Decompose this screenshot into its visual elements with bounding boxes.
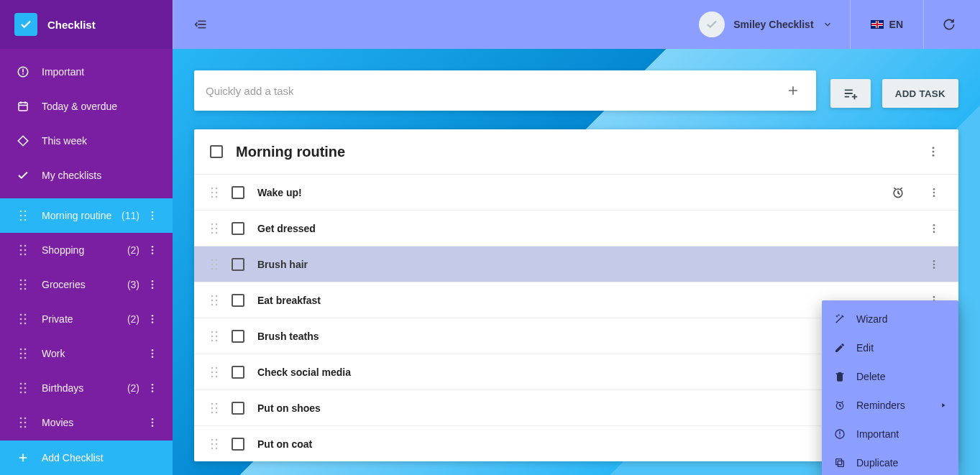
svg-point-52 — [24, 387, 27, 389]
svg-point-56 — [152, 387, 154, 389]
sidebar-item-menu-button[interactable] — [147, 417, 158, 428]
task-checkbox[interactable] — [232, 222, 244, 235]
task-label: Get dressed — [257, 223, 908, 234]
drag-handle-icon[interactable] — [14, 313, 32, 326]
language-switcher[interactable]: EN — [858, 19, 916, 30]
task-checkbox[interactable] — [232, 330, 244, 343]
refresh-button[interactable] — [931, 17, 967, 32]
add-from-template-button[interactable] — [830, 79, 871, 108]
svg-point-64 — [152, 418, 154, 420]
task-context-menu: WizardEditDeleteRemindersImportantDuplic… — [822, 300, 958, 475]
drag-handle-icon[interactable] — [210, 294, 219, 307]
context-menu-item[interactable]: Duplicate — [822, 448, 958, 475]
account-name: Smiley Checklist — [733, 19, 813, 30]
svg-point-26 — [20, 288, 22, 290]
context-menu-item[interactable]: Reminders — [822, 391, 958, 420]
task-checkbox[interactable] — [232, 294, 244, 307]
context-menu-item[interactable]: Important — [822, 420, 958, 448]
task-menu-button[interactable] — [925, 220, 943, 237]
svg-point-130 — [216, 411, 218, 413]
sidebar-list-item[interactable]: Shopping(2) — [0, 233, 173, 267]
task-menu-button[interactable] — [925, 256, 943, 273]
sidebar-item-today[interactable]: Today & overdue — [0, 89, 173, 124]
drag-handle-icon[interactable] — [14, 244, 32, 257]
sidebar-item-important[interactable]: Important — [0, 55, 173, 89]
svg-point-32 — [24, 314, 27, 316]
svg-point-29 — [152, 284, 154, 286]
task-row[interactable]: Wake up! — [194, 174, 958, 210]
svg-point-20 — [152, 249, 154, 252]
sidebar-item-menu-button[interactable] — [147, 313, 158, 325]
svg-point-139 — [216, 447, 218, 449]
svg-point-126 — [216, 402, 218, 405]
svg-point-85 — [216, 231, 218, 234]
plus-icon — [14, 452, 32, 464]
sidebar-list-item[interactable]: Movies — [0, 405, 173, 440]
task-checkbox[interactable] — [232, 258, 244, 271]
drag-handle-icon[interactable] — [14, 347, 32, 360]
sidebar-item-menu-button[interactable] — [147, 210, 158, 221]
task-alarm-button[interactable] — [888, 183, 908, 203]
drag-handle-icon[interactable] — [210, 402, 219, 415]
add-checklist-button[interactable]: Add Checklist — [0, 441, 173, 475]
sidebar-list-item[interactable]: Private(2) — [0, 302, 173, 336]
sidebar-item-menu-button[interactable] — [147, 244, 158, 256]
sidebar-item-count: (2) — [127, 244, 139, 256]
task-row[interactable]: Get dressed — [194, 210, 958, 246]
sidebar-list-item[interactable]: Morning routine(11) — [0, 198, 173, 233]
svg-point-68 — [933, 151, 935, 153]
drag-handle-icon[interactable] — [210, 222, 219, 235]
account-switcher[interactable]: Smiley Checklist — [689, 11, 842, 37]
drag-handle-icon[interactable] — [14, 278, 32, 291]
svg-point-70 — [211, 187, 214, 189]
svg-point-79 — [933, 195, 935, 197]
alarm-icon — [833, 400, 846, 411]
task-checkbox[interactable] — [232, 186, 244, 199]
task-row[interactable]: Brush hair — [194, 246, 958, 282]
list-menu-button[interactable] — [924, 142, 943, 161]
sidebar-item-menu-button[interactable] — [147, 279, 158, 290]
svg-point-38 — [152, 318, 154, 320]
svg-rect-148 — [836, 459, 842, 465]
drag-handle-icon[interactable] — [210, 186, 219, 199]
svg-point-93 — [211, 267, 214, 269]
context-menu-item[interactable]: Delete — [822, 362, 958, 391]
sidebar-list-item[interactable]: Birthdays(2) — [0, 371, 173, 405]
task-menu-button[interactable] — [925, 184, 943, 201]
add-checklist-label: Add Checklist — [42, 452, 104, 464]
svg-point-9 — [24, 219, 27, 221]
svg-point-17 — [20, 254, 22, 256]
task-checkbox[interactable] — [232, 366, 244, 379]
drag-handle-icon[interactable] — [14, 382, 32, 395]
svg-point-22 — [20, 280, 22, 282]
sidebar-list-item[interactable]: Work — [0, 336, 173, 371]
task-checkbox[interactable] — [232, 402, 244, 415]
sidebar-list-item[interactable]: Groceries(3) — [0, 267, 173, 302]
drag-handle-icon[interactable] — [14, 416, 32, 429]
context-menu-label: Important — [856, 428, 899, 440]
select-all-checkbox[interactable] — [210, 145, 223, 158]
add-task-button[interactable]: ADD TASK — [882, 79, 958, 108]
context-menu-item[interactable]: Wizard — [822, 305, 958, 333]
drag-handle-icon[interactable] — [210, 258, 219, 271]
drag-handle-icon[interactable] — [210, 330, 219, 343]
svg-point-109 — [211, 335, 214, 337]
important-icon — [14, 65, 32, 78]
svg-point-128 — [216, 407, 218, 409]
svg-point-33 — [20, 318, 22, 320]
sidebar-item-menu-button[interactable] — [147, 382, 158, 394]
context-menu-item[interactable]: Edit — [822, 333, 958, 362]
task-checkbox[interactable] — [232, 438, 244, 451]
sidebar-item-label: Shopping — [42, 244, 127, 256]
collapse-sidebar-button[interactable] — [186, 10, 215, 39]
sidebar-item-menu-button[interactable] — [147, 348, 158, 359]
list-header: Morning routine — [194, 129, 958, 174]
sidebar-item-this-week[interactable]: This week — [0, 124, 173, 158]
quick-add-input[interactable] — [206, 85, 782, 97]
svg-point-46 — [152, 349, 154, 351]
sidebar-item-my-checklists[interactable]: My checklists — [0, 158, 173, 193]
quick-add-plus-button[interactable] — [782, 79, 805, 102]
drag-handle-icon[interactable] — [210, 366, 219, 379]
drag-handle-icon[interactable] — [14, 209, 32, 222]
drag-handle-icon[interactable] — [210, 438, 219, 451]
